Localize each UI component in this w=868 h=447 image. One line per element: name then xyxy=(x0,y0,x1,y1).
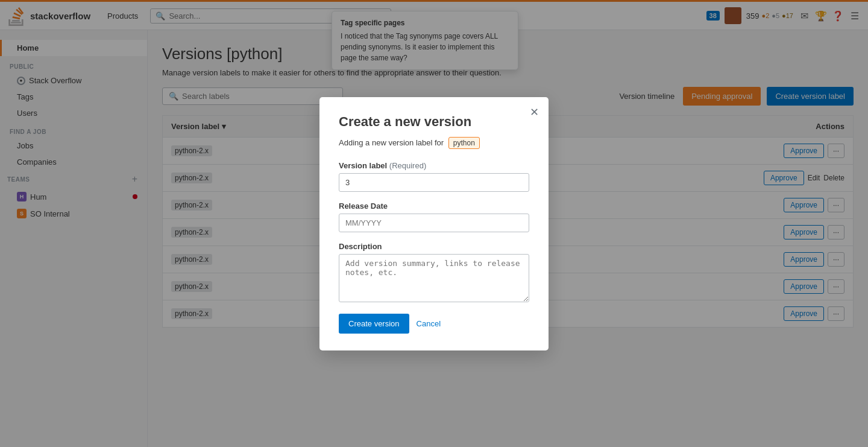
cancel-button[interactable]: Cancel xyxy=(417,319,441,328)
version-label-label: Version label (Required) xyxy=(339,161,529,170)
required-indicator: (Required) xyxy=(389,161,426,170)
description-group: Description xyxy=(339,242,529,304)
modal-actions: Create version Cancel xyxy=(339,314,529,334)
python-tag-badge: python xyxy=(448,137,480,149)
modal-subtitle: Adding a new version label for python xyxy=(339,137,529,149)
modal-overlay[interactable]: ✕ Create a new version Adding a new vers… xyxy=(0,0,868,447)
release-date-input[interactable] xyxy=(339,214,529,232)
description-textarea[interactable] xyxy=(339,254,529,302)
modal-title: Create a new version xyxy=(339,114,529,130)
version-label-group: Version label (Required) xyxy=(339,161,529,192)
modal-dialog: ✕ Create a new version Adding a new vers… xyxy=(319,97,549,350)
modal-close-button[interactable]: ✕ xyxy=(530,106,539,119)
release-date-group: Release Date xyxy=(339,201,529,232)
version-label-input[interactable] xyxy=(339,173,529,192)
release-date-label: Release Date xyxy=(339,201,529,211)
description-label: Description xyxy=(339,242,529,251)
create-version-button[interactable]: Create version xyxy=(339,314,409,334)
